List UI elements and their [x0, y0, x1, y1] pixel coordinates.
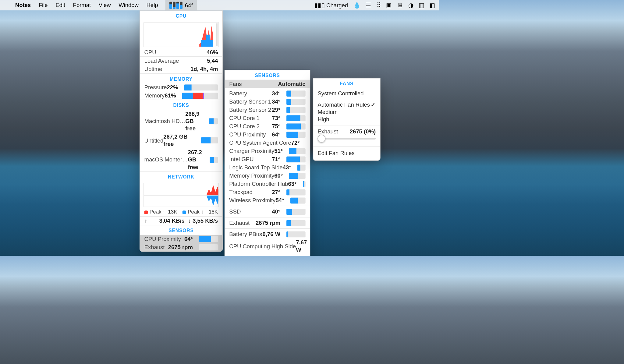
sensor-row-ssd: SSD 40°	[225, 206, 310, 217]
fans-mode: Automatic	[278, 81, 305, 87]
peak-down-label: Peak ↓	[188, 208, 204, 216]
cpu-graph	[144, 22, 219, 47]
network-section-title: NETWORK	[140, 171, 222, 181]
sensor-row: Battery Sensor 2 29°	[225, 106, 310, 114]
power-row: Battery PBus 0,76 W	[225, 230, 310, 238]
battery-bar-icon[interactable]: ▥	[419, 2, 424, 9]
up-arrow: ↑	[144, 217, 147, 224]
drop-icon[interactable]: 💧	[353, 2, 360, 9]
app-name[interactable]: Notes	[11, 0, 35, 10]
sensor-mini-row: Exhaust 2675 rpm	[140, 243, 222, 251]
sensor-row: Charger Proximity 51°	[225, 147, 310, 155]
fan-mode-medium[interactable]: Medium	[317, 108, 376, 116]
svg-rect-1	[206, 35, 210, 47]
sensor-row: CPU Core 1 73°	[225, 114, 310, 122]
menubar: Notes File Edit Format View Window Help …	[0, 0, 439, 10]
display-icon[interactable]: 🖥	[397, 2, 403, 9]
peak-up-value: 13K	[168, 208, 177, 216]
sensor-row: Battery Sensor 1 34°	[225, 97, 310, 106]
memory-section-title: MEMORY	[140, 74, 222, 83]
cpu-label: CPU	[144, 48, 156, 56]
peak-up-label: Peak ↑	[150, 208, 165, 216]
list-icon[interactable]: ☰	[366, 2, 371, 9]
app-icon-2[interactable]: ◑	[408, 2, 413, 9]
disk-row: Untitled 267,2 GB free	[140, 133, 222, 148]
sensor-row: Wireless Proximity 54°	[225, 196, 310, 204]
fans-label: Fans	[229, 81, 242, 87]
sensor-mini-row: CPU Proximity 64°	[140, 235, 222, 243]
sensor-row: CPU Proximity 64°	[225, 130, 310, 139]
istat-bars-icon	[169, 2, 183, 9]
app-icon-1[interactable]: ▣	[386, 2, 392, 9]
memory-bar	[182, 93, 218, 99]
pressure-value: 22%	[167, 83, 178, 91]
battery-status[interactable]: ▮▮▯ Charged	[314, 2, 348, 9]
down-speed: 3,55 KB/s	[193, 217, 218, 224]
down-arrow: ↓	[188, 217, 191, 224]
fans-panel: FANS System Controlled Automatic Fan Rul…	[313, 78, 381, 161]
menu-format[interactable]: Format	[69, 0, 95, 10]
dropbox-icon[interactable]: ⠿	[377, 2, 381, 9]
memory-value: 61%	[165, 92, 176, 99]
sensors-panel: SENSORS Fans Automatic Battery 34° Batte…	[225, 70, 310, 256]
menu-edit[interactable]: Edit	[51, 0, 69, 10]
sensor-row: Logic Board Top Side 43°	[225, 163, 310, 171]
memory-label: Memory	[144, 92, 165, 99]
uptime: 1d, 4h, 4m	[190, 65, 218, 73]
cpu-pct: 46%	[207, 48, 218, 56]
exhaust-value: 2675 (0%)	[350, 128, 376, 135]
sensor-row: Memory Proximity 60°	[225, 171, 310, 180]
app-icon-3[interactable]: ◧	[429, 2, 435, 9]
exhaust-label: Exhaust	[317, 128, 338, 135]
fan-mode-auto[interactable]: Automatic Fan Rules✓	[317, 101, 376, 108]
load-avg-label: Load Average	[144, 57, 179, 65]
sensor-row: Platform Controller Hub 63°	[225, 180, 310, 188]
pressure-bar	[184, 84, 218, 90]
exhaust-slider[interactable]	[317, 138, 376, 140]
sensor-row: CPU System Agent Core 72°	[225, 139, 310, 147]
checkmark-icon: ✓	[371, 101, 376, 108]
battery-icon: ▮▮▯	[314, 2, 325, 9]
peak-down-marker	[183, 210, 186, 214]
up-speed: 3,04 KB/s	[159, 217, 185, 224]
sensors-title: SENSORS	[225, 70, 310, 80]
menu-window[interactable]: Window	[115, 0, 142, 10]
menu-file[interactable]: File	[35, 0, 51, 10]
disk-row: macOS Monter… 267,2 GB free	[140, 148, 222, 171]
sensor-row: Intel GPU 71°	[225, 155, 310, 163]
power-row: CPU Computing High Side 7,67 W	[225, 238, 310, 254]
sensor-row-exhaust: Exhaust 2675 rpm	[225, 217, 310, 228]
peak-up-marker	[144, 210, 148, 214]
power-row: CPU Package Core 2,57 W	[225, 254, 310, 256]
sensors-mini-title: SENSORS	[140, 225, 222, 235]
fan-mode-high[interactable]: High	[317, 116, 376, 123]
menu-help[interactable]: Help	[143, 0, 162, 10]
pressure-label: Pressure	[144, 83, 167, 91]
fans-title: FANS	[313, 78, 380, 88]
sensor-row: Battery 34°	[225, 89, 310, 97]
disks-section-title: DISKS	[140, 100, 222, 110]
uptime-label: Uptime	[144, 65, 162, 73]
edit-fan-rules-button[interactable]: Edit Fan Rules	[313, 147, 380, 160]
istat-dropdown: CPU CPU46% Load Average5,44 Uptime1d, 4h…	[140, 10, 223, 252]
istat-temp: 64°	[185, 2, 193, 8]
sensor-row: CPU Core 2 75°	[225, 122, 310, 130]
system-controlled-button[interactable]: System Controlled	[313, 88, 380, 99]
sensor-row: Trackpad 27°	[225, 188, 310, 196]
menu-view[interactable]: View	[95, 0, 115, 10]
disk-row: Macintosh HD… 268,9 GB free	[140, 110, 222, 133]
fans-header[interactable]: Fans Automatic	[225, 80, 310, 88]
peak-down-value: 18K	[209, 208, 218, 216]
network-graph	[144, 183, 219, 207]
cpu-section-title: CPU	[140, 11, 222, 20]
istat-menubar-item[interactable]: 64°	[165, 0, 197, 10]
load-avg: 5,44	[207, 57, 218, 65]
